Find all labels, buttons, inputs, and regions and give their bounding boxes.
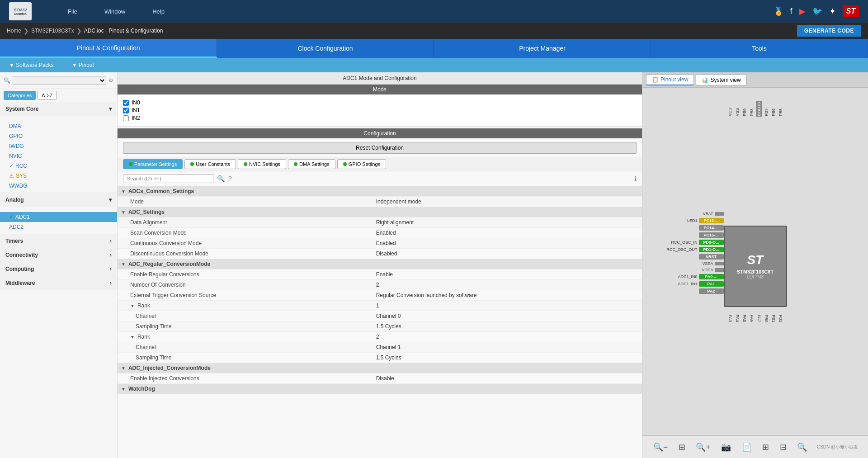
network-icon[interactable]: ✦ xyxy=(829,6,836,16)
breadcrumb-home[interactable]: Home xyxy=(7,28,21,34)
layers-button[interactable]: 📄 xyxy=(738,440,755,454)
params-help-icon[interactable]: ? xyxy=(228,175,232,182)
pin-label-vssa: VSSA xyxy=(702,261,713,266)
tab-system-view[interactable]: 📊 System view xyxy=(696,74,746,85)
dot-param xyxy=(129,162,132,166)
pin-row-pc14: PC14-... xyxy=(699,225,724,231)
zoom-in-button[interactable]: 🔍+ xyxy=(692,440,714,454)
row-enable-injected: Enable Injected Conversions Disable xyxy=(118,373,642,384)
params-info-icon[interactable]: ℹ xyxy=(634,175,637,182)
sidebar-item-adc1[interactable]: ✓ADC1 xyxy=(0,212,117,222)
top-pins: VDD VSS PB9 PB8 BOOT0 PB7 PB6 PB5 xyxy=(727,101,784,117)
sidebar-item-wwdg[interactable]: WWDG xyxy=(0,181,117,191)
chip-area: VDD VSS PB9 PB8 BOOT0 PB7 PB6 PB5 ST STM… xyxy=(642,88,868,435)
main-tab-bar: Pinout & Configuration Clock Configurati… xyxy=(0,39,868,58)
chip-package: LQFP48 xyxy=(747,274,764,279)
pin-label-rcc-osc-in: RCC_OSC_IN xyxy=(671,240,697,245)
twitter-icon[interactable]: 🐦 xyxy=(812,6,822,16)
chip-body: ST STM32F103C8T LQFP48 xyxy=(724,226,787,307)
sub-bar: ▼ Software Packs ▼ Pinout xyxy=(0,58,868,72)
sidebar-item-nvic[interactable]: NVIC xyxy=(0,151,117,161)
pin-pa7-bot: PA7 xyxy=(756,314,762,323)
pin-row-pa2: PA2 xyxy=(699,288,724,294)
row-discontinuous-conversion: Discontinuous Conversion Mode Disabled xyxy=(118,249,642,259)
checkbox-in2[interactable] xyxy=(123,115,129,121)
grid-button[interactable]: ⊞ xyxy=(759,440,773,454)
pin-row-vbat: VBAT xyxy=(703,212,724,216)
tab-parameter-settings[interactable]: Parameter Settings xyxy=(123,159,183,169)
params-search-input[interactable] xyxy=(123,174,213,183)
youtube-icon[interactable]: ▶ xyxy=(799,6,806,16)
pinout-view-icon: 📋 xyxy=(652,76,659,83)
bottom-pins: PA3 PA4 PA5 PA6 PA7 PB0 PB1 PB2 xyxy=(727,314,784,323)
row-data-alignment: Data Alignment Right alignment xyxy=(118,217,642,228)
config-section-label: Configuration xyxy=(118,128,642,138)
software-packs-btn[interactable]: ▼ Software Packs xyxy=(9,62,54,68)
menu-help[interactable]: Help xyxy=(152,8,165,15)
checkbox-in1[interactable] xyxy=(123,108,129,113)
tab-nvic-settings[interactable]: NVIC Settings xyxy=(238,159,286,169)
tab-pinout-view[interactable]: 📋 Pinout view xyxy=(646,74,694,85)
sidebar-item-gpio[interactable]: GPIO xyxy=(0,131,117,141)
zoom-out-button[interactable]: 🔍− xyxy=(650,440,672,454)
tab-dma-settings[interactable]: DMA Settings xyxy=(288,159,335,169)
checkbox-in0[interactable] xyxy=(123,100,129,106)
tab-tools[interactable]: Tools xyxy=(651,39,868,58)
section-system-core-header[interactable]: System Core ▾ xyxy=(0,102,117,116)
section-analog-header[interactable]: Analog ▾ xyxy=(0,193,117,207)
section-middleware-header[interactable]: Middleware › xyxy=(0,276,117,290)
pin-box-pc14: PC14-... xyxy=(699,225,724,231)
pin-box-pd1: PD1-O... xyxy=(699,247,724,252)
camera-button[interactable]: 📷 xyxy=(717,440,735,454)
section-adc-settings: ▼ADC_Settings xyxy=(118,207,642,217)
section-timers-header[interactable]: Timers › xyxy=(0,234,117,248)
row-num-conversion: Number Of Conversion 2 xyxy=(118,280,642,290)
section-connectivity: Connectivity › xyxy=(0,248,117,262)
tab-project-manager[interactable]: Project Manager xyxy=(434,39,651,58)
reset-configuration-button[interactable]: Reset Configuration xyxy=(123,142,637,154)
pin-line-vssa xyxy=(715,262,724,265)
fit-button[interactable]: ⊞ xyxy=(675,440,689,454)
pin-row-pd0: RCC_OSC_IN PD0-O... xyxy=(671,240,723,245)
row-mode: Mode Independent mode xyxy=(118,197,642,207)
sidebar-settings-icon[interactable]: ⚙ xyxy=(108,77,113,84)
breadcrumb-mcu[interactable]: STM32F103C8Tx xyxy=(31,28,74,34)
mode-item-in2: IN2 xyxy=(123,115,637,121)
sidebar-item-sys[interactable]: ⚠SYS xyxy=(0,171,117,181)
search-button[interactable]: 🔍 xyxy=(793,440,811,454)
pin-row-nrst: NRST xyxy=(699,254,724,260)
section-computing-header[interactable]: Computing › xyxy=(0,262,117,276)
badge-icon: 🏅 xyxy=(774,6,783,16)
row-scan-conversion: Scan Conversion Mode Enabled xyxy=(118,228,642,238)
left-pins: VBAT LED1 PC13-... PC14-... PC15-... RCC… xyxy=(666,211,723,294)
sidebar-item-rcc[interactable]: ✓RCC xyxy=(0,161,117,171)
section-connectivity-header[interactable]: Connectivity › xyxy=(0,248,117,262)
sidebar-search-dropdown[interactable] xyxy=(13,76,106,85)
top-icons: 🏅 f ▶ 🐦 ✦ ST xyxy=(774,5,859,17)
sidebar-item-dma[interactable]: DMA xyxy=(0,121,117,131)
tab-user-constants[interactable]: User Constants xyxy=(184,159,236,169)
sidebar-tabs: Categories A->Z xyxy=(0,89,117,102)
menu-file[interactable]: File xyxy=(68,8,77,15)
tab-categories[interactable]: Categories xyxy=(4,91,36,100)
tab-az[interactable]: A->Z xyxy=(38,91,57,100)
pin-box-pd0: PD0-O... xyxy=(699,240,724,245)
pin-row-pc15: PC15-... xyxy=(699,232,724,238)
params-search-icon[interactable]: 🔍 xyxy=(217,175,225,182)
menu-window[interactable]: Window xyxy=(104,8,125,15)
settings-tabs: Parameter Settings User Constants NVIC S… xyxy=(118,157,642,171)
facebook-icon[interactable]: f xyxy=(790,7,793,16)
columns-button[interactable]: ⊟ xyxy=(776,440,790,454)
tab-clock[interactable]: Clock Configuration xyxy=(217,39,434,58)
tab-pinout[interactable]: Pinout & Configuration xyxy=(0,39,217,58)
sidebar-item-iwdg[interactable]: IWDG xyxy=(0,141,117,151)
tab-gpio-settings[interactable]: GPIO Settings xyxy=(337,159,386,169)
pinout-btn[interactable]: ▼ Pinout xyxy=(72,62,94,68)
panel-title: ADC1 Mode and Configuration xyxy=(118,72,642,85)
pin-box-pc13: PC13-... xyxy=(699,218,724,223)
params-table: ▼ADCs_Common_Settings Mode Independent m… xyxy=(118,186,642,458)
generate-code-button[interactable]: GENERATE CODE xyxy=(797,25,861,37)
sidebar-item-adc2[interactable]: ADC2 xyxy=(0,222,117,232)
pin-box-pa0: PA0-... xyxy=(699,274,724,279)
pin-pb2-bot: PB2 xyxy=(778,314,784,323)
